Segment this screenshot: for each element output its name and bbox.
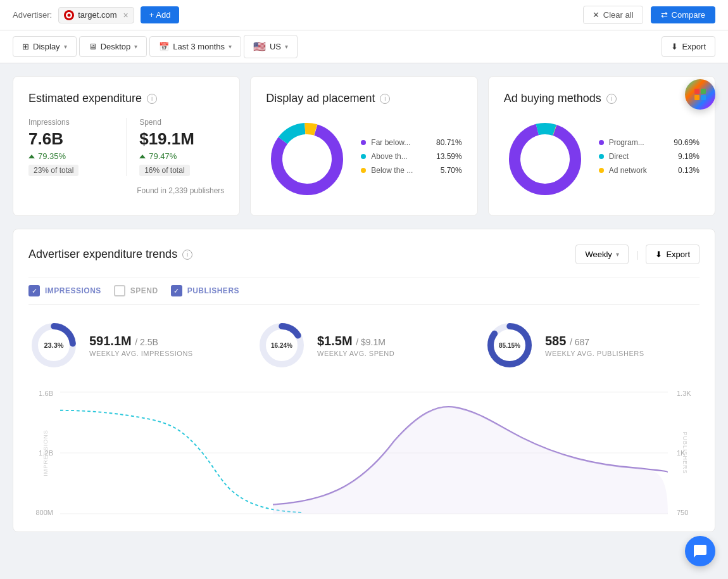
legend-item: Below the ... 5.70% xyxy=(361,166,461,175)
svg-rect-24 xyxy=(694,95,700,100)
weekly-dropdown-button[interactable]: Weekly ▾ xyxy=(575,245,628,264)
impressions-stat-info: 591.1M / 2.5B WEEKLY AVG. IMPRESSIONS xyxy=(89,334,193,357)
publishers-mini-donut: 85.15% xyxy=(484,320,535,371)
chevron-down-icon: ▾ xyxy=(64,43,67,50)
main-content: Estimated expenditure i Impressions 7.6B… xyxy=(0,63,728,545)
svg-rect-22 xyxy=(694,89,700,94)
desktop-icon: 🖥 xyxy=(89,42,97,51)
device-filter-button[interactable]: 🖥 Desktop ▾ xyxy=(79,36,147,57)
impressions-stat-desc: WEEKLY AVG. IMPRESSIONS xyxy=(89,350,193,357)
svg-rect-25 xyxy=(701,95,706,100)
cards-row: Estimated expenditure i Impressions 7.6B… xyxy=(13,76,715,216)
top-bar-actions: ✕ Clear all ⇄ Compare xyxy=(583,6,715,24)
expenditure-card: Estimated expenditure i Impressions 7.6B… xyxy=(13,76,240,216)
spend-checkbox-label: SPEND xyxy=(130,286,158,295)
trend-chart xyxy=(60,390,668,516)
spend-stat: 16.24% $1.5M / $9.1M WEEKLY AVG. SPEND xyxy=(256,320,472,371)
top-bar: Advertiser: target.com × + Add ✕ Clear a… xyxy=(0,0,728,30)
advertiser-tag: target.com × xyxy=(58,7,134,23)
svg-text:23.3%: 23.3% xyxy=(44,341,63,349)
ad-buying-donut-section: Program... 90.69% Direct 9.18% Ad networ… xyxy=(504,118,700,200)
advertiser-label: Advertiser: xyxy=(13,10,52,20)
chevron-down-icon: ▾ xyxy=(229,43,232,50)
info-icon[interactable]: i xyxy=(147,94,157,104)
legend-dot-teal xyxy=(361,154,366,159)
impressions-stat-value: 591.1M / 2.5B xyxy=(89,334,193,348)
chart-wrapper: 1.6B 1.2B 800M 1.3K 1K 750 IMPRESSIONS P… xyxy=(28,390,700,516)
display-filter-button[interactable]: ⊞ Display ▾ xyxy=(13,36,77,57)
download-icon: ⬇ xyxy=(655,250,662,259)
trends-title: Advertiser expenditure trends i xyxy=(28,248,192,261)
legend-dot-yellow xyxy=(361,168,366,173)
trends-export-button[interactable]: ⬇ Export xyxy=(646,245,700,264)
info-icon[interactable]: i xyxy=(182,250,192,260)
stats-row: 23.3% 591.1M / 2.5B WEEKLY AVG. IMPRESSI… xyxy=(28,320,700,371)
impressions-checkbox[interactable]: ✓ IMPRESSIONS xyxy=(28,285,101,296)
legend-dot-purple xyxy=(361,140,366,145)
spend-metric: Spend $19.1M 79.47% 16% of total xyxy=(139,118,224,176)
trends-actions: Weekly ▾ | ⬇ Export xyxy=(575,245,700,264)
fab-button[interactable] xyxy=(685,79,715,110)
add-advertiser-button[interactable]: + Add xyxy=(141,6,180,23)
compare-button[interactable]: ⇄ Compare xyxy=(651,6,715,23)
y-label: 750 xyxy=(677,509,700,516)
spend-checkbox[interactable]: SPEND xyxy=(114,285,158,296)
impressions-metric: Impressions 7.6B 79.35% 23% of total xyxy=(28,118,113,176)
legend-dot-teal xyxy=(599,154,604,159)
checkbox-checked-impressions: ✓ xyxy=(28,285,40,296)
legend-item: Direct 9.18% xyxy=(599,152,700,161)
download-icon: ⬇ xyxy=(671,42,678,51)
remove-advertiser-button[interactable]: × xyxy=(123,10,129,20)
spend-stat-value: $1.5M / $9.1M xyxy=(317,334,394,348)
check-icon: ✓ xyxy=(173,287,179,295)
y-label: 1.6B xyxy=(28,390,53,397)
ad-buying-title: Ad buying methods i xyxy=(504,92,700,105)
legend-dot-yellow xyxy=(599,168,604,173)
legend-item: Above th... 13.59% xyxy=(361,152,461,161)
advertiser-name: target.com xyxy=(78,10,116,20)
expenditure-card-title: Estimated expenditure i xyxy=(28,92,224,105)
display-ad-card: Display ad placement i Far below... xyxy=(250,76,477,216)
publishers-stat-value: 585 / 687 xyxy=(545,334,644,348)
spend-change: 79.47% xyxy=(139,151,224,161)
target-logo-icon xyxy=(64,10,74,20)
svg-text:85.15%: 85.15% xyxy=(499,342,520,349)
legend-item: Ad network 0.13% xyxy=(599,166,700,175)
impressions-stat: 23.3% 591.1M / 2.5B WEEKLY AVG. IMPRESSI… xyxy=(28,320,244,371)
impressions-change: 79.35% xyxy=(28,151,113,161)
calendar-icon: 📅 xyxy=(159,42,169,51)
found-publishers: Found in 2,339 publishers xyxy=(28,186,224,195)
metric-divider xyxy=(126,118,127,176)
chevron-down-icon: ▾ xyxy=(616,251,619,258)
y-label: 800M xyxy=(28,509,53,516)
y-axis-label-left: IMPRESSIONS xyxy=(42,429,49,476)
spend-label: Spend xyxy=(139,118,224,127)
impressions-mini-donut: 23.3% xyxy=(28,320,79,371)
spend-stat-desc: WEEKLY AVG. SPEND xyxy=(317,350,394,357)
info-icon[interactable]: i xyxy=(606,94,617,104)
y-label: 1.3K xyxy=(677,390,700,397)
publishers-stat-desc: WEEKLY AVG. PUBLISHERS xyxy=(545,350,644,357)
publishers-stat: 85.15% 585 / 687 WEEKLY AVG. PUBLISHERS xyxy=(484,320,700,371)
trends-header: Advertiser expenditure trends i Weekly ▾… xyxy=(28,245,700,264)
display-ad-donut-section: Far below... 80.71% Above th... 13.59% B… xyxy=(266,118,461,200)
fab-icon xyxy=(693,87,708,102)
y-label: 1K xyxy=(677,449,700,457)
svg-rect-23 xyxy=(701,89,706,94)
checkbox-row: ✓ IMPRESSIONS SPEND ✓ PUBLISHERS xyxy=(28,277,700,305)
x-icon: ✕ xyxy=(593,10,599,20)
impressions-checkbox-label: IMPRESSIONS xyxy=(45,286,101,295)
trends-card: Advertiser expenditure trends i Weekly ▾… xyxy=(13,229,715,532)
chevron-down-icon: ▾ xyxy=(285,43,288,50)
clear-all-button[interactable]: ✕ Clear all xyxy=(583,6,643,24)
arrow-up-icon xyxy=(139,155,146,158)
export-button[interactable]: ⬇ Export xyxy=(662,36,715,57)
publishers-checkbox[interactable]: ✓ PUBLISHERS xyxy=(171,285,239,296)
chevron-down-icon: ▾ xyxy=(134,43,137,50)
date-filter-button[interactable]: 📅 Last 3 months ▾ xyxy=(149,36,241,57)
info-icon[interactable]: i xyxy=(380,94,390,104)
impressions-label: Impressions xyxy=(28,118,113,127)
country-filter-button[interactable]: 🇺🇸 US ▾ xyxy=(244,35,298,58)
svg-text:16.24%: 16.24% xyxy=(271,342,292,349)
ad-buying-legend: Program... 90.69% Direct 9.18% Ad networ… xyxy=(599,138,700,180)
